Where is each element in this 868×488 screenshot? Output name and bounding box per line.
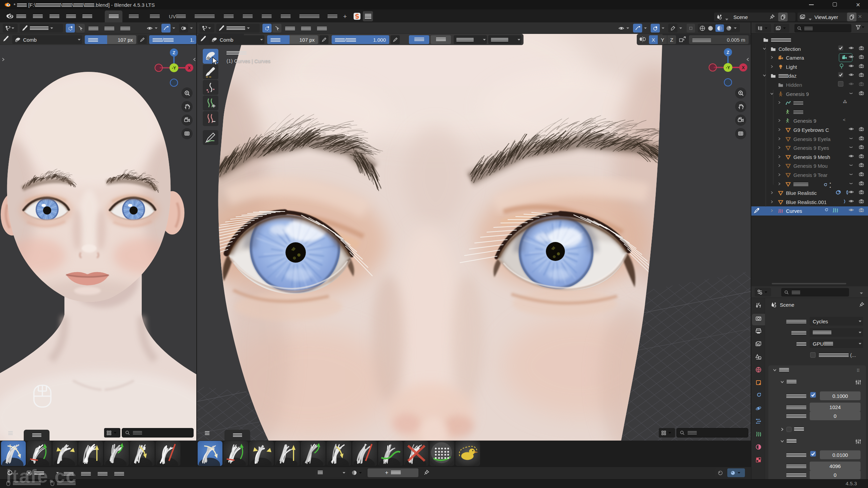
svg-text:X: X bbox=[742, 65, 745, 70]
svg-text:Z: Z bbox=[173, 50, 175, 55]
svg-text:X: X bbox=[188, 65, 191, 70]
svg-text:-Y: -Y bbox=[172, 66, 176, 70]
svg-text:-Y: -Y bbox=[726, 65, 730, 70]
svg-text:Z: Z bbox=[727, 50, 729, 55]
